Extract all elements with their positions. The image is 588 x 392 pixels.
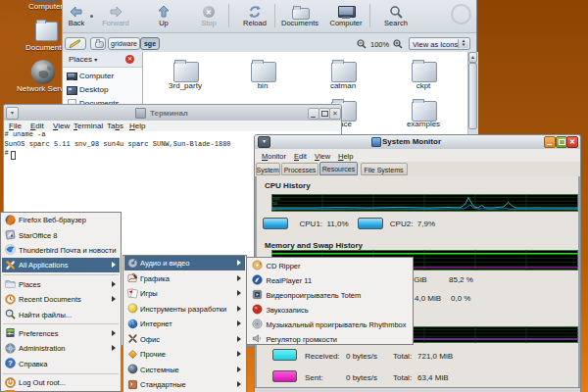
svg-text:50: 50 — [272, 201, 277, 206]
svg-text:100: 100 — [272, 195, 280, 200]
svg-text:?: ? — [8, 359, 13, 368]
